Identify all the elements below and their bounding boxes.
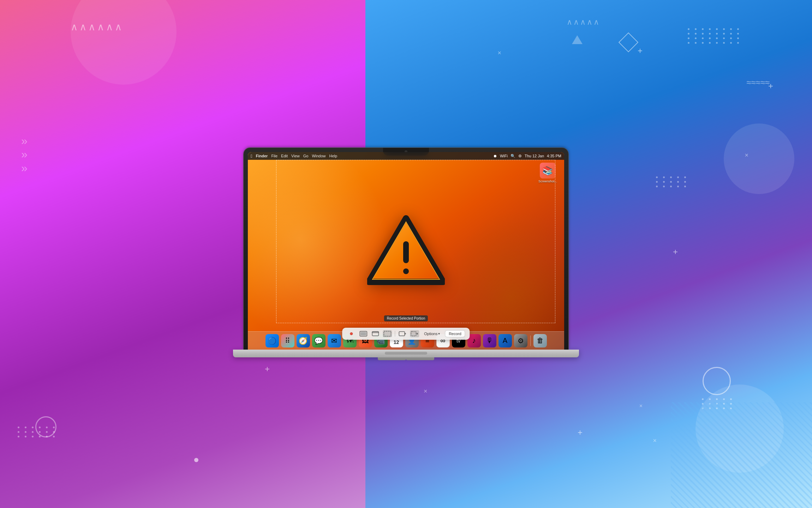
macbook:  Finder File Edit View Go Window Help ⏺ [233, 148, 579, 360]
menu-window[interactable]: Window [312, 154, 326, 158]
screenshot-icon-glyph: 📚 [542, 166, 553, 176]
menu-help[interactable]: Help [329, 154, 338, 158]
toolbar-separator-1 [395, 331, 395, 337]
portion-icon [383, 331, 391, 337]
laptop-base [233, 350, 579, 357]
record-button-label: Record [449, 332, 461, 336]
menu-go[interactable]: Go [303, 154, 309, 158]
record-dot-icon [350, 332, 353, 335]
dock-trash[interactable]: 🗑 [533, 334, 547, 347]
desktop-icon-label: Screenshot... [538, 180, 557, 183]
warning-icon-container [367, 215, 445, 287]
toolbar-record-button[interactable]: Record [445, 330, 465, 337]
svg-rect-1 [403, 268, 409, 274]
toolbar-screenshot-portion-btn[interactable] [383, 330, 392, 337]
svg-rect-6 [384, 331, 391, 336]
desktop-icon-screenshot[interactable]: 📚 Screenshot... [538, 163, 557, 183]
screenshot-toolbar[interactable]: Options ▾ Record [342, 328, 470, 340]
macbook-container:  Finder File Edit View Go Window Help ⏺ [233, 148, 579, 360]
options-label: Options [424, 332, 437, 336]
toolbar-screenshot-window-btn[interactable] [371, 330, 380, 337]
menubar-left:  Finder File Edit View Go Window Help [251, 153, 489, 159]
fullscreen-icon [359, 331, 367, 337]
menubar:  Finder File Edit View Go Window Help ⏺ [248, 152, 564, 160]
macos-desktop:  Finder File Edit View Go Window Help ⏺ [248, 152, 564, 350]
wifi-icon: WiFi [500, 154, 508, 158]
svg-rect-0 [403, 241, 409, 263]
screen-bezel:  Finder File Edit View Go Window Help ⏺ [248, 152, 564, 350]
toolbar-record-portion-btn[interactable] [410, 330, 419, 337]
menubar-time: 4:35 PM [547, 154, 561, 158]
record-portion-icon [411, 331, 418, 337]
toolbar-screenshot-full-btn[interactable] [359, 330, 368, 337]
dock-launchpad[interactable]: ⠿ [281, 334, 294, 347]
screenshot-icon-img: 📚 [540, 163, 556, 179]
laptop-foot-left [378, 357, 406, 360]
record-tooltip: Record Selected Portion [384, 315, 428, 321]
toolbar-record-dot-btn[interactable] [347, 330, 356, 337]
dock-mail[interactable]: ✉ [328, 334, 341, 347]
menu-file[interactable]: File [271, 154, 277, 158]
search-icon[interactable]: 🔍 [511, 154, 515, 158]
dock-podcasts[interactable]: 🎙 [483, 334, 496, 347]
dock-finder[interactable]: 🔵 [265, 334, 279, 347]
menubar-right: ⏺ WiFi 🔍 ⚙ Thu 12 Jan 4:35 PM [493, 154, 561, 158]
svg-marker-10 [417, 333, 418, 335]
window-icon [371, 331, 379, 337]
menu-view[interactable]: View [291, 154, 300, 158]
svg-rect-9 [411, 332, 416, 336]
svg-rect-3 [360, 332, 366, 335]
record-screen-icon [399, 331, 406, 337]
toolbar-record-screen-btn[interactable] [398, 330, 407, 337]
warning-triangle-icon [367, 215, 445, 285]
apple-logo-icon:  [251, 153, 252, 159]
menubar-date: Thu 12 Jan [525, 154, 544, 158]
dock-appstore[interactable]: A [498, 334, 512, 347]
menu-finder[interactable]: Finder [256, 154, 268, 158]
chevron-down-icon: ▾ [438, 332, 440, 335]
calendar-date-label: 12 [394, 340, 399, 345]
toolbar-options-button[interactable]: Options ▾ [422, 331, 442, 337]
screen-record-icon: ⏺ [493, 154, 497, 158]
control-center-icon[interactable]: ⚙ [518, 154, 522, 158]
laptop-feet [367, 357, 445, 360]
laptop-foot-right [406, 357, 434, 360]
dock-safari[interactable]: 🧭 [297, 334, 310, 347]
svg-rect-7 [399, 332, 405, 336]
laptop-lid:  Finder File Edit View Go Window Help ⏺ [244, 148, 568, 350]
dock-settings[interactable]: ⚙ [514, 334, 527, 347]
dock-messages[interactable]: 💬 [312, 334, 326, 347]
dock-divider [530, 335, 531, 346]
menu-edit[interactable]: Edit [281, 154, 288, 158]
svg-rect-5 [372, 332, 378, 333]
svg-marker-8 [405, 333, 406, 335]
svg-rect-4 [372, 332, 378, 336]
